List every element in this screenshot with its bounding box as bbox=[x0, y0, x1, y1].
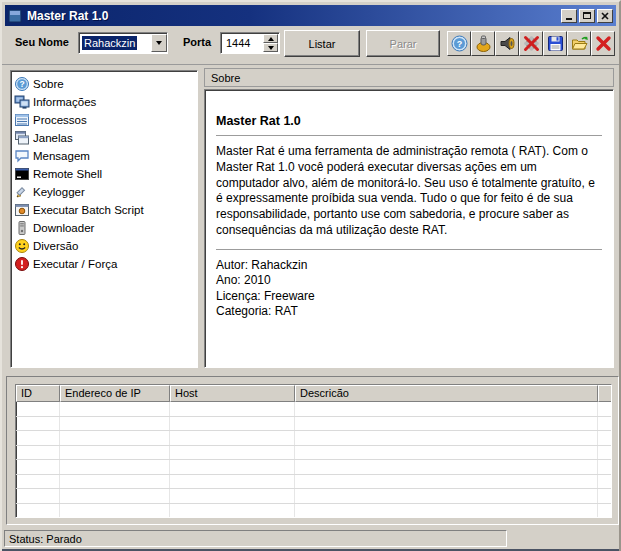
divider bbox=[216, 249, 602, 250]
table-row bbox=[16, 431, 611, 446]
column-header-id[interactable]: ID bbox=[16, 385, 60, 402]
save-button[interactable] bbox=[543, 31, 567, 56]
help-icon: ? bbox=[14, 76, 30, 92]
process-list-icon bbox=[14, 112, 30, 128]
help-icon: ? bbox=[451, 35, 468, 52]
name-label: Seu Nome bbox=[15, 36, 69, 48]
exit-button[interactable] bbox=[591, 31, 615, 56]
about-body: Master Rat é uma ferramenta de administr… bbox=[216, 144, 602, 239]
sidebar-item-informacoes[interactable]: Informações bbox=[11, 93, 197, 111]
svg-text:?: ? bbox=[456, 39, 462, 49]
maximize-icon bbox=[583, 12, 591, 19]
about-category: Categoria: RAT bbox=[216, 304, 602, 320]
port-down-button[interactable] bbox=[263, 43, 278, 52]
name-combobox[interactable]: Rahackzin bbox=[78, 32, 168, 54]
app-window: Master Rat 1.0 Seu Nome Rahackzin Porta … bbox=[0, 0, 621, 551]
console-icon bbox=[14, 166, 30, 182]
parar-button[interactable]: Parar bbox=[366, 30, 440, 57]
bell-button[interactable] bbox=[471, 31, 495, 56]
listar-button[interactable]: Listar bbox=[284, 30, 360, 57]
about-panel: Master Rat 1.0 Master Rat é uma ferramen… bbox=[204, 89, 614, 368]
about-panel-header: Sobre bbox=[204, 68, 614, 87]
table-row bbox=[16, 475, 611, 490]
sidebar-item-executar-batch-script[interactable]: Executar Batch Script bbox=[11, 201, 197, 219]
table-row bbox=[16, 402, 611, 417]
arrow-down-icon bbox=[268, 46, 274, 50]
disconnect-button[interactable] bbox=[519, 31, 543, 56]
sidebar-item-processos[interactable]: Processos bbox=[11, 111, 197, 129]
disconnect-icon bbox=[523, 35, 540, 52]
app-icon bbox=[8, 9, 22, 23]
port-up-button[interactable] bbox=[263, 34, 278, 43]
about-year: Ano: 2010 bbox=[216, 273, 602, 289]
connections-panel: ID Endereco de IP Host Descricão bbox=[6, 376, 619, 525]
table-body bbox=[16, 402, 611, 517]
svg-text:?: ? bbox=[19, 79, 24, 89]
smiley-icon bbox=[14, 238, 30, 254]
exit-icon bbox=[595, 35, 612, 52]
open-folder-icon bbox=[571, 35, 588, 52]
window-title: Master Rat 1.0 bbox=[27, 9, 559, 23]
toolbar-icon-group: ? bbox=[447, 31, 615, 56]
minimize-icon bbox=[566, 12, 572, 20]
sidebar-item-keylogger[interactable]: Keylogger bbox=[11, 183, 197, 201]
title-bar[interactable]: Master Rat 1.0 bbox=[5, 5, 616, 26]
feature-list: ? Sobre Informações Processos bbox=[10, 70, 198, 368]
column-header-endereco-de-ip[interactable]: Endereco de IP bbox=[60, 385, 170, 402]
table-row bbox=[16, 446, 611, 461]
toolbar: Seu Nome Rahackzin Porta 1444 Listar Par… bbox=[2, 26, 619, 65]
message-bubble-icon bbox=[14, 148, 30, 164]
download-tower-icon bbox=[14, 220, 30, 236]
status-text: Status: Parado bbox=[9, 533, 82, 545]
sidebar-item-remote-shell[interactable]: Remote Shell bbox=[11, 165, 197, 183]
about-title: Master Rat 1.0 bbox=[216, 114, 602, 128]
sidebar-item-executar-forca[interactable]: Executar / Força bbox=[11, 255, 197, 273]
chevron-down-icon bbox=[156, 41, 162, 45]
speaker-icon bbox=[499, 35, 516, 52]
about-license: Licença: Freeware bbox=[216, 289, 602, 305]
status-bar: Status: Parado bbox=[4, 530, 507, 547]
computers-icon bbox=[14, 94, 30, 110]
table-row bbox=[16, 489, 611, 504]
port-label: Porta bbox=[183, 36, 211, 48]
column-header-host[interactable]: Host bbox=[170, 385, 295, 402]
force-exec-icon bbox=[14, 256, 30, 272]
close-icon bbox=[601, 12, 609, 20]
maximize-button[interactable] bbox=[579, 9, 595, 23]
speaker-button[interactable] bbox=[495, 31, 519, 56]
help-button[interactable]: ? bbox=[447, 31, 471, 56]
table-row bbox=[16, 417, 611, 432]
arrow-up-icon bbox=[268, 37, 274, 41]
sidebar-item-downloader[interactable]: Downloader bbox=[11, 219, 197, 237]
combo-dropdown-button[interactable] bbox=[151, 34, 167, 52]
connections-table: ID Endereco de IP Host Descricão bbox=[15, 384, 612, 518]
close-button[interactable] bbox=[597, 9, 613, 23]
table-header-row: ID Endereco de IP Host Descricão bbox=[16, 385, 611, 402]
about-author: Autor: Rahackzin bbox=[216, 258, 602, 274]
batch-script-icon bbox=[14, 202, 30, 218]
divider bbox=[216, 135, 602, 136]
windows-icon bbox=[14, 130, 30, 146]
port-value: 1444 bbox=[221, 37, 263, 49]
name-value: Rahackzin bbox=[82, 36, 137, 50]
sidebar-item-sobre[interactable]: ? Sobre bbox=[11, 75, 197, 93]
column-header-spacer bbox=[598, 385, 611, 402]
sidebar-item-janelas[interactable]: Janelas bbox=[11, 129, 197, 147]
port-spinner[interactable]: 1444 bbox=[220, 32, 280, 54]
pencil-icon bbox=[14, 184, 30, 200]
bell-icon bbox=[475, 35, 492, 52]
table-row bbox=[16, 460, 611, 475]
sidebar-item-mensagem[interactable]: Mensagem bbox=[11, 147, 197, 165]
save-icon bbox=[547, 35, 564, 52]
column-header-descricao[interactable]: Descricão bbox=[295, 385, 598, 402]
open-folder-button[interactable] bbox=[567, 31, 591, 56]
sidebar-item-diversao[interactable]: Diversão bbox=[11, 237, 197, 255]
table-row bbox=[16, 504, 611, 518]
minimize-button[interactable] bbox=[561, 9, 577, 23]
